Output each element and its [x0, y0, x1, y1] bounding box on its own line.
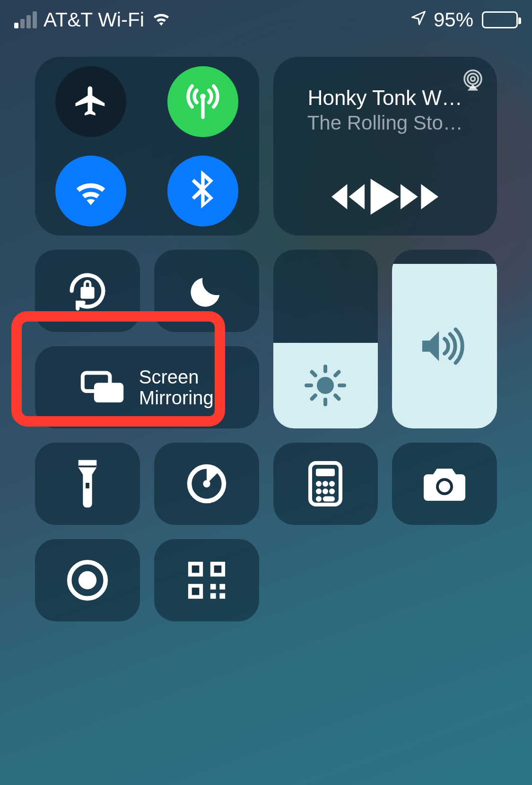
wifi-signal-icon — [151, 9, 172, 31]
media-artist: The Rolling Sto… — [307, 112, 463, 134]
cellular-signal-icon — [14, 11, 37, 28]
svg-point-23 — [316, 488, 322, 494]
svg-rect-27 — [323, 496, 335, 501]
svg-line-11 — [336, 395, 339, 399]
airplay-icon[interactable] — [460, 67, 486, 95]
svg-point-20 — [316, 481, 322, 487]
airplane-icon — [72, 83, 109, 120]
screen-mirroring-icon — [80, 369, 126, 405]
rewind-icon — [331, 183, 369, 210]
svg-rect-41 — [192, 588, 199, 595]
svg-point-26 — [316, 496, 322, 502]
airplane-mode-toggle[interactable] — [55, 66, 126, 137]
orientation-lock-toggle[interactable] — [35, 250, 140, 332]
play-icon — [369, 179, 401, 215]
screen-record-button[interactable] — [35, 539, 140, 621]
status-bar: AT&T Wi-Fi 95% — [0, 0, 532, 33]
orientation-lock-icon — [64, 267, 111, 314]
qr-scanner-button[interactable] — [154, 539, 259, 621]
calculator-button[interactable] — [273, 443, 378, 525]
svg-rect-37 — [210, 593, 216, 599]
volume-slider[interactable] — [392, 250, 497, 428]
battery-percent: 95% — [434, 9, 473, 31]
timer-icon — [185, 462, 228, 506]
svg-point-25 — [329, 488, 335, 494]
control-center: Honky Tonk W… The Rolling Sto… — [0, 33, 532, 621]
camera-icon — [420, 465, 469, 503]
battery-icon — [482, 11, 518, 28]
brightness-slider[interactable] — [273, 250, 378, 428]
location-services-icon — [410, 9, 427, 31]
svg-point-22 — [329, 481, 335, 487]
calculator-icon — [308, 461, 342, 506]
now-playing-tile[interactable]: Honky Tonk W… The Rolling Sto… — [273, 57, 497, 236]
fast-forward-button[interactable] — [401, 183, 438, 212]
svg-rect-39 — [192, 566, 199, 573]
antenna-icon — [182, 81, 224, 122]
svg-line-13 — [336, 372, 339, 375]
brightness-icon — [303, 363, 348, 408]
svg-rect-38 — [219, 593, 225, 599]
svg-point-21 — [323, 481, 328, 487]
wifi-icon — [71, 175, 110, 207]
qr-code-icon — [186, 560, 227, 601]
moon-icon — [187, 271, 226, 310]
svg-point-29 — [439, 481, 450, 492]
svg-point-17 — [203, 480, 210, 487]
do-not-disturb-toggle[interactable] — [154, 250, 259, 332]
timer-button[interactable] — [154, 443, 259, 525]
camera-button[interactable] — [392, 443, 497, 525]
svg-rect-40 — [214, 566, 221, 573]
rewind-button[interactable] — [331, 183, 369, 212]
screen-mirroring-label: Screen Mirroring — [139, 366, 214, 408]
volume-icon — [419, 325, 471, 367]
flashlight-button[interactable] — [35, 443, 140, 525]
bluetooth-icon — [190, 170, 216, 212]
svg-point-4 — [471, 77, 475, 81]
fast-forward-icon — [401, 183, 438, 210]
svg-rect-35 — [210, 584, 216, 590]
play-button[interactable] — [369, 179, 401, 217]
svg-rect-15 — [94, 383, 123, 402]
media-title: Honky Tonk W… — [308, 86, 462, 110]
svg-point-24 — [323, 488, 328, 494]
svg-rect-19 — [316, 469, 335, 476]
svg-point-5 — [317, 377, 334, 394]
bluetooth-toggle[interactable] — [167, 156, 238, 227]
svg-point-3 — [468, 74, 479, 85]
svg-line-10 — [312, 372, 315, 375]
svg-rect-36 — [219, 584, 225, 590]
wifi-toggle[interactable] — [55, 156, 126, 227]
svg-line-12 — [312, 395, 315, 399]
cellular-data-toggle[interactable] — [167, 66, 238, 137]
flashlight-icon — [74, 458, 101, 509]
svg-point-31 — [78, 571, 96, 589]
connectivity-group[interactable] — [35, 57, 259, 236]
screen-mirroring-button[interactable]: Screen Mirroring — [35, 346, 259, 428]
record-icon — [66, 558, 109, 602]
carrier-label: AT&T Wi-Fi — [44, 9, 144, 31]
